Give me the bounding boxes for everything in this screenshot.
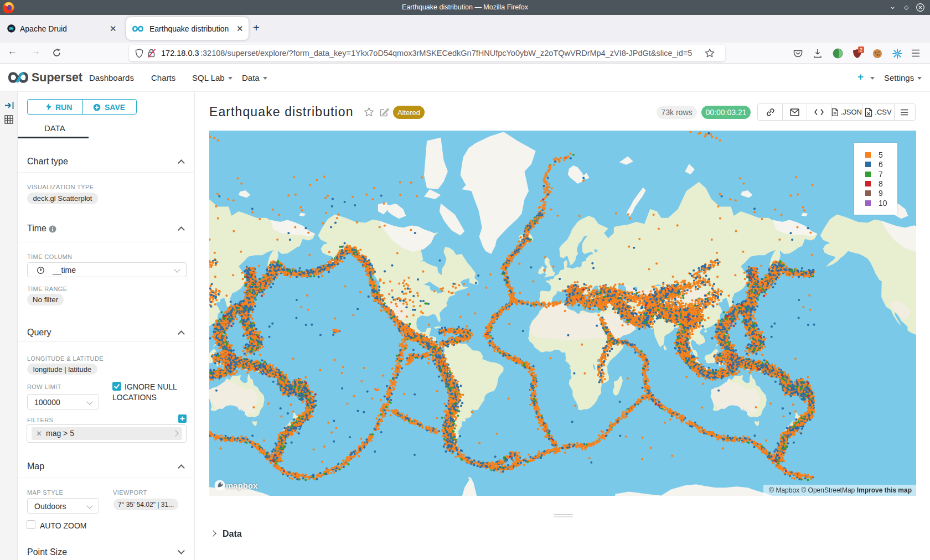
svg-text:mapbox: mapbox [226, 481, 258, 490]
